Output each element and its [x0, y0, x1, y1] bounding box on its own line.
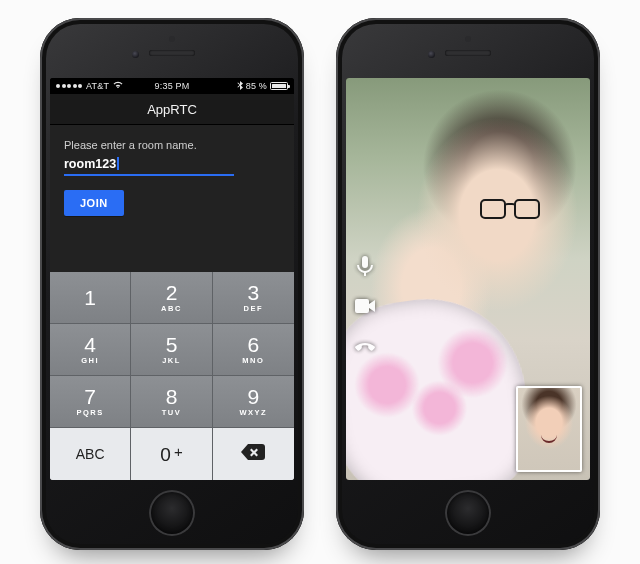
screen-left: AT&T 9:35 PM 85 % Ap: [50, 78, 294, 480]
key-1[interactable]: 1: [50, 272, 131, 324]
camera-icon: [355, 299, 375, 313]
app-title: AppRTC: [147, 102, 197, 117]
key-letters: GHI: [81, 356, 99, 365]
status-bar: AT&T 9:35 PM 85 %: [50, 78, 294, 94]
key-letters: TUV: [162, 408, 182, 417]
home-button[interactable]: [445, 490, 491, 536]
phone-device-left: AT&T 9:35 PM 85 % Ap: [40, 18, 304, 550]
key-letters: WXYZ: [239, 408, 267, 417]
key-2[interactable]: 2 ABC: [131, 272, 212, 324]
remote-person-glasses: [480, 199, 540, 219]
key-5[interactable]: 5 JKL: [131, 324, 212, 376]
key-abc[interactable]: ABC: [50, 428, 131, 480]
room-entry-panel: Please enter a room name. room123 JOIN: [50, 125, 294, 273]
key-0[interactable]: 0+: [131, 428, 212, 480]
clock-label: 9:35 PM: [155, 81, 190, 91]
battery-icon: [270, 82, 288, 90]
proximity-sensor: [465, 36, 471, 42]
key-letters: JKL: [162, 356, 181, 365]
proximity-sensor: [169, 36, 175, 42]
local-video-pip[interactable]: [516, 386, 582, 472]
microphone-icon: [357, 256, 373, 276]
hangup-icon: [354, 335, 376, 357]
toggle-camera-button[interactable]: [354, 295, 376, 317]
key-digit: 4: [84, 334, 96, 355]
key-digit: 0+: [160, 444, 182, 464]
key-8[interactable]: 8 TUV: [131, 376, 212, 428]
bluetooth-icon: [237, 81, 243, 92]
key-digit: 2: [166, 282, 178, 303]
key-9[interactable]: 9 WXYZ: [213, 376, 294, 428]
wifi-icon: [113, 81, 123, 91]
join-button[interactable]: JOIN: [64, 190, 124, 216]
key-6[interactable]: 6 MNO: [213, 324, 294, 376]
key-digit: 6: [247, 334, 259, 355]
key-digit: 5: [166, 334, 178, 355]
key-0-digit: 0: [160, 444, 171, 465]
key-digit: 7: [84, 386, 96, 407]
earpiece-speaker: [445, 50, 491, 56]
signal-strength-icon: [56, 84, 82, 88]
hangup-button[interactable]: [354, 335, 376, 357]
key-digit: 9: [247, 386, 259, 407]
key-4[interactable]: 4 GHI: [50, 324, 131, 376]
battery-pct-label: 85 %: [246, 81, 267, 91]
room-prompt-label: Please enter a room name.: [64, 139, 280, 151]
room-name-value: room123: [64, 157, 116, 171]
app-header: AppRTC: [50, 94, 294, 125]
home-button[interactable]: [149, 490, 195, 536]
key-0-plus: +: [174, 443, 183, 460]
earpiece-speaker: [149, 50, 195, 56]
key-backspace[interactable]: [213, 428, 294, 480]
key-3[interactable]: 3 DEF: [213, 272, 294, 324]
carrier-label: AT&T: [86, 81, 109, 91]
key-digit: 1: [84, 287, 96, 308]
key-digit: 3: [247, 282, 259, 303]
screen-right: [346, 78, 590, 480]
front-camera: [132, 51, 139, 58]
phone-device-right: [336, 18, 600, 550]
text-cursor: [117, 157, 119, 170]
numeric-keypad: 1 2 ABC 3 DEF 4 GHI 5 JKL: [50, 272, 294, 480]
key-letters: PQRS: [77, 408, 104, 417]
join-button-label: JOIN: [80, 197, 108, 209]
key-letters: ABC: [161, 304, 182, 313]
backspace-icon: [241, 444, 265, 464]
room-name-input[interactable]: room123: [64, 157, 234, 176]
key-7[interactable]: 7 PQRS: [50, 376, 131, 428]
key-letters: DEF: [244, 304, 264, 313]
front-camera: [428, 51, 435, 58]
key-letters: MNO: [242, 356, 264, 365]
key-digit: 8: [166, 386, 178, 407]
key-abc-label: ABC: [76, 446, 105, 462]
call-controls: [354, 255, 376, 357]
mute-button[interactable]: [354, 255, 376, 277]
